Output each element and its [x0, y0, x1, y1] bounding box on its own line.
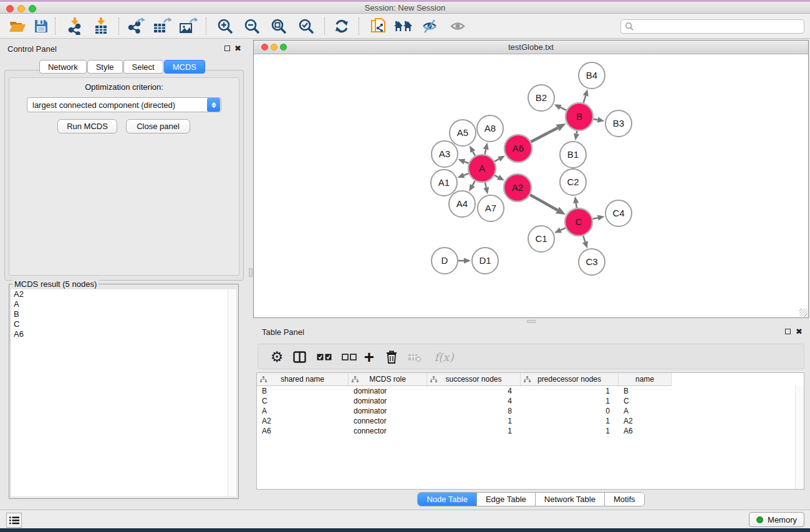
network-window-titlebar[interactable]: testGlobe.txt [254, 41, 808, 54]
cell-predecessor-nodes[interactable]: 1 [521, 416, 619, 426]
tab-network-table[interactable]: Network Table [535, 493, 604, 506]
optimization-criterion-select[interactable]: largest connected component (directed) [27, 97, 221, 112]
eye-icon[interactable] [447, 16, 470, 37]
cell-shared-name[interactable]: A2 [257, 416, 349, 426]
mcds-result-item[interactable]: A2 [11, 289, 229, 299]
network-graph[interactable]: AA1A2A3A4A5A6A7A8BB1B2B3B4CC1C2C3C4DD1 [254, 55, 808, 317]
tab-style[interactable]: Style [87, 60, 123, 74]
edge-C-C1[interactable] [561, 228, 566, 230]
edge-B-B2[interactable] [561, 107, 567, 110]
cell-shared-name[interactable]: A [257, 406, 349, 416]
edge-C-C2[interactable] [576, 203, 577, 208]
tab-edge-table[interactable]: Edge Table [476, 493, 535, 506]
column-header-name[interactable]: name [619, 373, 672, 385]
edge-A-A8[interactable] [485, 149, 486, 154]
tab-network[interactable]: Network [39, 60, 87, 74]
import-network-icon[interactable] [64, 16, 86, 37]
tab-mcds[interactable]: MCDS [164, 60, 205, 74]
refresh-icon[interactable] [330, 16, 353, 37]
run-mcds-button[interactable]: Run MCDS [57, 119, 117, 133]
search-input[interactable] [634, 22, 800, 32]
column-header-successor-nodes[interactable]: successor nodes [427, 373, 521, 385]
tab-select[interactable]: Select [123, 60, 163, 74]
close-panel-button[interactable]: Close panel [126, 119, 190, 133]
cell-name[interactable]: A2 [619, 416, 672, 426]
edge-A-A5[interactable] [473, 152, 475, 156]
cell-successor-nodes[interactable]: 1 [427, 426, 521, 436]
edge-A-A7[interactable] [485, 182, 486, 187]
cell-name[interactable]: C [619, 396, 672, 406]
cell-MCDS-role[interactable]: dominator [349, 406, 427, 416]
cell-predecessor-nodes[interactable]: 0 [521, 406, 619, 416]
cell-name[interactable]: B [619, 386, 672, 396]
deselect-all-icon[interactable] [339, 344, 359, 370]
cell-MCDS-role[interactable]: dominator [349, 396, 427, 406]
tab-node-table[interactable]: Node Table [418, 493, 476, 506]
cell-predecessor-nodes[interactable]: 1 [521, 386, 619, 396]
cell-predecessor-nodes[interactable]: 1 [521, 426, 619, 436]
open-folder-icon[interactable] [6, 16, 29, 37]
edge-A-A6[interactable] [494, 159, 499, 162]
eye-slash-icon[interactable] [419, 16, 441, 37]
edge-A-A1[interactable] [464, 173, 469, 175]
export-network-icon[interactable] [125, 16, 147, 37]
edge-B-B3[interactable] [594, 119, 598, 120]
mcds-result-scrollbar[interactable] [228, 289, 236, 496]
zoom-fit-icon[interactable] [268, 16, 290, 37]
edge-C-C4[interactable] [592, 218, 597, 219]
add-column-icon[interactable]: + [360, 344, 378, 370]
zoom-selected-icon[interactable] [295, 16, 317, 37]
edge-A-A3[interactable] [465, 162, 469, 163]
cell-shared-name[interactable]: B [257, 386, 349, 396]
zoom-out-icon[interactable] [241, 16, 263, 37]
search-field[interactable] [620, 19, 804, 34]
table-row[interactable]: A6connector11A6 [257, 426, 672, 436]
vertical-splitter-grip[interactable] [249, 268, 253, 277]
save-icon[interactable] [30, 16, 52, 37]
cell-successor-nodes[interactable]: 1 [427, 416, 521, 426]
network-canvas[interactable]: AA1A2A3A4A5A6A7A8BB1B2B3B4CC1C2C3C4DD1 [254, 55, 808, 317]
column-header-predecessor-nodes[interactable]: predecessor nodes [521, 373, 619, 385]
export-image-icon[interactable] [177, 16, 200, 37]
settings-gear-icon[interactable]: ⚙ [268, 344, 286, 370]
cell-predecessor-nodes[interactable]: 1 [521, 396, 619, 406]
task-history-button[interactable] [6, 513, 22, 528]
export-table-icon[interactable] [151, 16, 173, 37]
horizontal-splitter-grip[interactable] [527, 320, 536, 323]
float-panel-icon[interactable] [224, 46, 230, 52]
edge-B-B1[interactable] [577, 131, 577, 134]
edge-C-C3[interactable] [583, 236, 585, 242]
column-header-MCDS-role[interactable]: MCDS role [349, 373, 427, 385]
edge-A6-B[interactable] [531, 128, 557, 142]
edge-A-A2[interactable] [494, 175, 498, 177]
select-all-checked-icon[interactable] [314, 344, 334, 370]
cell-shared-name[interactable]: C [257, 396, 349, 406]
cell-MCDS-role[interactable]: connector [349, 416, 427, 426]
close-panel-icon[interactable]: ✖ [234, 45, 241, 52]
window-titlebar[interactable]: Session: New Session [0, 2, 810, 14]
mcds-result-item[interactable]: C [11, 319, 229, 329]
mcds-result-list[interactable]: A2ABCA6 [11, 289, 229, 496]
cell-shared-name[interactable]: A6 [257, 426, 349, 436]
close-table-panel-icon[interactable]: ✖ [796, 328, 803, 335]
cell-name[interactable]: A [619, 406, 672, 416]
zoom-in-icon[interactable] [214, 16, 236, 37]
tab-motifs[interactable]: Motifs [604, 493, 644, 506]
cell-successor-nodes[interactable]: 4 [427, 386, 521, 396]
table-row[interactable]: Adominator80A [257, 406, 672, 416]
table-row[interactable]: Cdominator41C [257, 396, 672, 406]
resize-handle-icon[interactable] [799, 309, 808, 317]
cell-MCDS-role[interactable]: connector [349, 426, 427, 436]
import-table-icon[interactable] [90, 16, 112, 37]
delete-trash-icon[interactable] [382, 344, 401, 370]
table-row[interactable]: A2connector11A2 [257, 416, 672, 426]
double-house-icon[interactable] [392, 16, 415, 37]
cell-successor-nodes[interactable]: 4 [427, 396, 521, 406]
table-scrollbar[interactable] [795, 386, 804, 489]
mcds-result-item[interactable]: A [11, 299, 229, 309]
column-header-shared-name[interactable]: shared name [257, 373, 349, 385]
cell-name[interactable]: A6 [619, 426, 672, 436]
edge-A2-C[interactable] [530, 195, 557, 210]
mcds-result-item[interactable]: B [11, 309, 229, 319]
mcds-result-item[interactable]: A6 [11, 329, 229, 339]
